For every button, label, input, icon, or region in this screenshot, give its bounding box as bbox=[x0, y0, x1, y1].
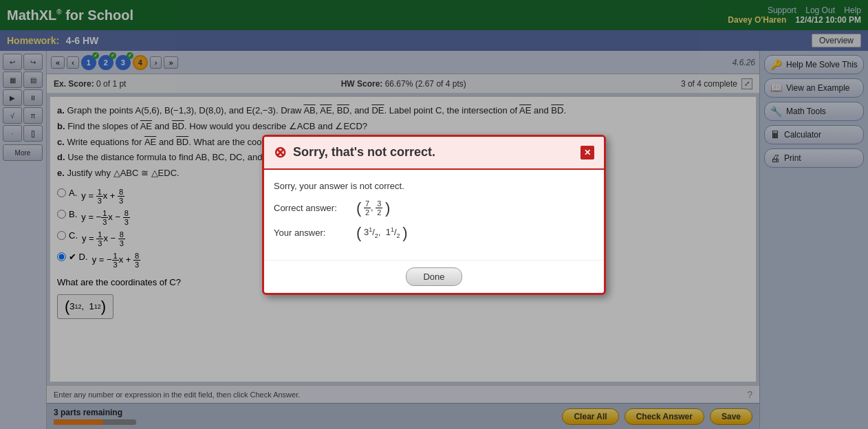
modal-overlay: ⊗ Sorry, that's not correct. ✕ Sorry, yo… bbox=[0, 0, 868, 429]
modal-header: ⊗ Sorry, that's not correct. ✕ bbox=[264, 137, 604, 170]
modal-sorry-text: Sorry, your answer is not correct. bbox=[274, 181, 594, 191]
correct-answer-row: Correct answer: ( 72, 32 ) bbox=[274, 199, 594, 217]
modal-title-row: ⊗ Sorry, that's not correct. bbox=[274, 144, 435, 162]
error-modal: ⊗ Sorry, that's not correct. ✕ Sorry, yo… bbox=[262, 135, 606, 295]
done-button[interactable]: Done bbox=[406, 267, 462, 286]
your-value: ( 31/2, 11/2 ) bbox=[356, 224, 408, 242]
correct-label: Correct answer: bbox=[274, 203, 349, 213]
your-label: Your answer: bbox=[274, 228, 349, 238]
modal-footer: Done bbox=[264, 260, 604, 293]
your-answer-row: Your answer: ( 31/2, 11/2 ) bbox=[274, 224, 594, 242]
error-circle-icon: ⊗ bbox=[274, 144, 286, 162]
modal-close-button[interactable]: ✕ bbox=[581, 146, 594, 160]
correct-value: ( 72, 32 ) bbox=[356, 199, 390, 217]
modal-body: Sorry, your answer is not correct. Corre… bbox=[264, 170, 604, 260]
modal-title: Sorry, that's not correct. bbox=[293, 145, 435, 160]
